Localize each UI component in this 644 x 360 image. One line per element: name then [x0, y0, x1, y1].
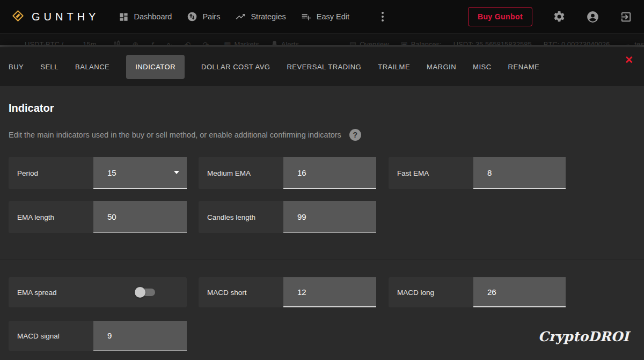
topbar-right: Buy Gunbot	[468, 7, 632, 26]
easy-edit-icon	[301, 11, 312, 22]
nav-pairs[interactable]: Pairs	[187, 11, 220, 22]
field-macd-signal: MACD signal	[9, 321, 187, 351]
dashboard-icon	[119, 12, 129, 22]
gunthy-logo[interactable]: GUNTHY	[12, 10, 99, 24]
toggle-knob	[135, 287, 145, 298]
help-icon[interactable]: ?	[349, 129, 361, 141]
ema-length-inputwrap	[93, 201, 187, 233]
tab-indicator[interactable]: INDICATOR	[126, 55, 185, 79]
period-label: Period	[9, 157, 93, 189]
nav-dashboard-label: Dashboard	[134, 12, 172, 21]
fast-ema-label: Fast EMA	[389, 157, 473, 189]
select-caret-icon	[174, 171, 179, 174]
logout-icon[interactable]	[620, 11, 632, 23]
close-icon[interactable]: ✕	[625, 55, 633, 65]
nav-dashboard[interactable]: Dashboard	[119, 12, 172, 22]
strategy-editor-modal: BUY SELL BALANCE INDICATOR DOLLAR COST A…	[0, 47, 644, 360]
strategy-tabbar: BUY SELL BALANCE INDICATOR DOLLAR COST A…	[0, 47, 644, 86]
macd-short-input[interactable]	[283, 277, 376, 306]
nav-pairs-label: Pairs	[202, 12, 220, 21]
candles-length-input[interactable]	[283, 201, 376, 232]
field-period: Period 15	[9, 157, 187, 189]
fast-ema-inputwrap	[473, 157, 566, 189]
macd-signal-label: MACD signal	[9, 321, 93, 351]
tab-rename[interactable]: RENAME	[508, 63, 540, 71]
description-text: Edit the main indicators used in the buy…	[9, 131, 341, 139]
field-medium-ema: Medium EMA	[199, 157, 376, 189]
tab-trailme[interactable]: TRAILME	[378, 63, 410, 71]
gunthy-diamond-icon	[12, 10, 24, 24]
tab-margin[interactable]: MARGIN	[427, 63, 456, 71]
tab-misc[interactable]: MISC	[473, 63, 492, 71]
main-nav: Dashboard Pairs Strategies Easy Edit	[119, 10, 388, 24]
medium-ema-label: Medium EMA	[199, 157, 283, 189]
pairs-icon	[187, 11, 197, 22]
buy-gunbot-button[interactable]: Buy Gunbot	[468, 7, 532, 26]
field-macd-short: MACD short	[199, 277, 376, 307]
macd-signal-inputwrap	[93, 321, 187, 351]
cryptodroi-watermark: CryptoDROI	[538, 329, 629, 344]
strategies-icon	[235, 11, 246, 22]
field-fast-ema: Fast EMA	[389, 157, 566, 189]
page-description: Edit the main indicators used in the buy…	[9, 129, 361, 141]
ema-spread-toggle[interactable]	[137, 289, 155, 296]
macd-long-input[interactable]	[473, 277, 566, 306]
nav-strategies[interactable]: Strategies	[235, 11, 286, 22]
field-ema-spread: EMA spread	[9, 277, 187, 307]
tab-reversal-trading[interactable]: REVERSAL TRADING	[287, 63, 361, 71]
field-ema-length: EMA length	[9, 201, 187, 233]
macd-short-inputwrap	[283, 277, 376, 307]
ema-length-input[interactable]	[93, 201, 187, 232]
nav-strategies-label: Strategies	[251, 12, 286, 21]
tab-dollar-cost-avg[interactable]: DOLLAR COST AVG	[201, 63, 270, 71]
field-candles-length: Candles length	[199, 201, 376, 233]
nav-easy-edit[interactable]: Easy Edit	[301, 11, 349, 22]
settings-gear-icon[interactable]	[553, 10, 566, 23]
candles-length-label: Candles length	[199, 201, 283, 233]
ema-length-label: EMA length	[9, 201, 93, 233]
medium-ema-inputwrap	[283, 157, 376, 189]
macd-signal-input[interactable]	[93, 321, 187, 350]
tab-buy[interactable]: BUY	[9, 63, 24, 71]
ema-spread-label: EMA spread	[9, 289, 93, 297]
section-divider	[0, 260, 644, 260]
tab-balance[interactable]: BALANCE	[75, 63, 109, 71]
top-app-bar: GUNTHY Dashboard Pairs Strategies	[0, 0, 644, 33]
period-value: 15	[93, 168, 116, 177]
nav-easy-edit-label: Easy Edit	[317, 12, 349, 21]
brand-name: GUNTHY	[32, 11, 99, 23]
macd-long-inputwrap	[473, 277, 566, 307]
macd-long-label: MACD long	[389, 277, 473, 307]
fast-ema-input[interactable]	[473, 157, 566, 188]
candles-length-inputwrap	[283, 201, 376, 233]
period-select[interactable]: 15	[93, 157, 187, 189]
medium-ema-input[interactable]	[283, 157, 376, 188]
tab-sell[interactable]: SELL	[40, 63, 58, 71]
macd-short-label: MACD short	[199, 277, 283, 307]
field-macd-long: MACD long	[389, 277, 566, 307]
account-icon[interactable]	[586, 10, 599, 24]
more-vert-icon[interactable]	[377, 10, 388, 24]
page-title: Indicator	[9, 102, 54, 114]
